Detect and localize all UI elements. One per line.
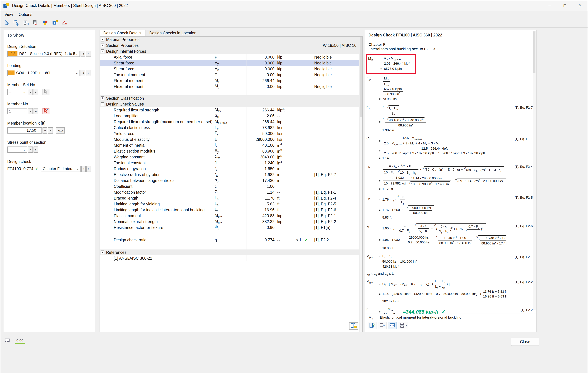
collapse-icon[interactable]: − bbox=[101, 102, 105, 106]
design-situation-prev-button[interactable]: ◄ bbox=[81, 51, 85, 57]
member-location-next-button[interactable]: ► bbox=[48, 127, 53, 134]
table-row[interactable]: Moment of inertiaIz40.100in4 bbox=[100, 142, 359, 148]
table-row[interactable]: Radius of gyrationrz1.650in bbox=[100, 166, 359, 172]
collapse-icon[interactable]: − bbox=[101, 49, 105, 53]
table-row[interactable]: Torsional constantJ1.240in4 bbox=[100, 160, 359, 166]
member-no-next-button[interactable]: ► bbox=[33, 108, 38, 114]
table-row[interactable]: Load amplifierαcr2.06-- bbox=[100, 113, 359, 119]
table-row[interactable]: Required flexural strengthMr,y266.44kipf… bbox=[100, 107, 359, 113]
group-header[interactable]: −Design Internal Forces bbox=[100, 48, 359, 54]
table-row[interactable]: Braced lengthLb11.76ft[1], Eq. F2-4 bbox=[100, 195, 359, 201]
expand-icon[interactable]: + bbox=[101, 96, 105, 100]
tab-design-check-details[interactable]: Design Check Details bbox=[100, 30, 145, 36]
member-set-prev-button[interactable]: ◄ bbox=[28, 89, 33, 95]
relative-location-toggle[interactable]: x/x₀ bbox=[56, 127, 65, 134]
member-no-picker-button[interactable] bbox=[42, 108, 49, 114]
table-row[interactable]: Nominal flexural strengthMn,y382.32kipft… bbox=[100, 219, 359, 225]
expand-icon[interactable]: + bbox=[101, 43, 105, 47]
design-check-select[interactable]: Chapter F | Lateral-to... ⌄ bbox=[41, 166, 81, 172]
design-check-label: Design check bbox=[7, 159, 91, 164]
close-window-button[interactable]: ✕ bbox=[572, 0, 588, 11]
select-window-button[interactable] bbox=[12, 19, 21, 27]
member-location-prev-button[interactable]: ◄ bbox=[42, 127, 47, 134]
table-row[interactable]: [1] ANSI/AISC 360-22 bbox=[100, 255, 359, 261]
scrollbar-thumb[interactable] bbox=[360, 37, 362, 117]
loading-select[interactable]: 2 CO6 - 1.20D + 1.60L ⌄ bbox=[7, 70, 80, 76]
member-set-picker-button[interactable] bbox=[42, 89, 49, 95]
group-header[interactable]: −References bbox=[100, 249, 359, 255]
member-set-next-button[interactable]: ► bbox=[33, 89, 38, 95]
table-row[interactable]: Modulus of elasticityE29000.000ksi bbox=[100, 136, 359, 142]
cell-check bbox=[293, 119, 312, 125]
menu-view[interactable]: View bbox=[2, 11, 16, 18]
loading-next-button[interactable]: ► bbox=[86, 70, 91, 76]
expand-icon[interactable]: + bbox=[101, 38, 105, 41]
table-row[interactable]: Flexural momentMz0.00kipftNegligible bbox=[100, 84, 359, 90]
display-colors-button[interactable] bbox=[41, 19, 50, 27]
design-situation-next-button[interactable]: ► bbox=[86, 51, 91, 57]
table-row[interactable]: Limiting length for inelastic lateral-to… bbox=[100, 207, 359, 213]
print-preview-button[interactable] bbox=[21, 19, 31, 27]
member-no-select[interactable]: 1 ⌄ bbox=[7, 108, 27, 114]
result-diagram-button[interactable] bbox=[60, 19, 69, 27]
expand-collapse-button[interactable] bbox=[378, 322, 387, 329]
table-row[interactable]: Distance between flange centroidsho17.43… bbox=[100, 178, 359, 184]
group-header[interactable]: +Section PropertiesW 18x50 | AISC 16 bbox=[100, 42, 359, 48]
result-table-button[interactable] bbox=[349, 322, 358, 330]
member-location-select[interactable]: 17.50 ⌄ bbox=[7, 127, 42, 134]
printout-button[interactable] bbox=[31, 19, 40, 27]
table-row[interactable]: Shear forceVz0.000kipNegligible bbox=[100, 66, 359, 72]
cell-reference bbox=[312, 230, 359, 236]
table-scrollbar[interactable] bbox=[359, 37, 362, 332]
maximize-button[interactable]: □ bbox=[557, 0, 572, 11]
print-button[interactable]: ▾ bbox=[398, 322, 408, 329]
table-row[interactable]: Plastic momentMp,y420.83kipft[1], Eq. F2… bbox=[100, 213, 359, 219]
table-row[interactable]: Torsional momentT0.00kipftNegligible bbox=[100, 72, 359, 78]
cell-value: 17.430 bbox=[246, 178, 275, 184]
select-arrow-button[interactable] bbox=[2, 19, 11, 27]
table-row[interactable]: Yield stressFy50.000ksi bbox=[100, 131, 359, 136]
design-situation-select[interactable]: 2.3 DS2 - Section 2.3 (LRFD), 1. to 5. ⌄ bbox=[7, 51, 80, 57]
stress-point-prev-button[interactable]: ◄ bbox=[28, 146, 33, 153]
stress-point-next-button[interactable]: ► bbox=[33, 146, 38, 153]
display-colors-icon bbox=[42, 20, 48, 26]
table-row[interactable]: Design check ratioη0.774--≤ 1✔[1], F2.2 bbox=[100, 236, 359, 244]
table-row[interactable]: Limiting length for yieldingLp5.83ft[1],… bbox=[100, 201, 359, 207]
scrollbar-thumb[interactable] bbox=[533, 31, 536, 73]
table-row[interactable]: Resistance factor for flexureΦb0.90--[1]… bbox=[100, 225, 359, 230]
table-row[interactable]: Axial forceP0.000kipNegligible bbox=[100, 54, 359, 60]
close-button[interactable]: Close bbox=[511, 338, 539, 346]
member-no-prev-button[interactable]: ◄ bbox=[28, 108, 33, 114]
tab-design-checks-in-location[interactable]: Design Checks in Location bbox=[146, 30, 200, 36]
table-row[interactable]: Modification factorCb1.14--[1], Eq. F1-1 bbox=[100, 189, 359, 195]
design-check-next-button[interactable]: ► bbox=[86, 166, 91, 172]
menu-options[interactable]: Options bbox=[16, 11, 35, 18]
stress-point-select[interactable]: -- ⌄ bbox=[7, 146, 27, 153]
table-row[interactable]: Effective radius of gyrationrts1.982in[1… bbox=[100, 172, 359, 178]
table-row[interactable]: Required flexural strength (maximum on m… bbox=[100, 119, 359, 125]
collapse-icon[interactable]: − bbox=[101, 250, 105, 254]
cell-symbol: Cw bbox=[214, 154, 246, 160]
group-header[interactable]: +Section Classification bbox=[100, 95, 359, 101]
show-formulas-button[interactable]: x=¼ bbox=[388, 322, 397, 329]
member-set-select[interactable]: -- ⌄ bbox=[7, 89, 27, 95]
table-row[interactable]: Coefficientc1.00-- bbox=[100, 184, 359, 189]
table-row[interactable]: Flexural momentMy266.44kipft bbox=[100, 78, 359, 84]
comments-button[interactable] bbox=[4, 338, 10, 344]
table-row[interactable]: Warping constantCw3040.00in6 bbox=[100, 154, 359, 160]
group-header[interactable]: −Design Check Values bbox=[100, 101, 359, 107]
chevron-down-icon: ⌄ bbox=[37, 129, 41, 132]
table-row[interactable]: Critical elastic stressFcr73.982ksi bbox=[100, 125, 359, 131]
cell-description: Flexural moment bbox=[100, 84, 214, 89]
show-formulas-icon: x=¼ bbox=[389, 322, 395, 328]
table-row[interactable]: Shear forceVy0.000kipNegligible bbox=[100, 60, 359, 66]
group-header[interactable]: +Material Properties bbox=[100, 37, 359, 42]
table-row[interactable]: Elastic section modulusSy88.900in3 bbox=[100, 148, 359, 154]
formula-scrollbar[interactable] bbox=[533, 31, 536, 310]
minimize-button[interactable]: – bbox=[542, 0, 557, 11]
numbering-button[interactable]: 1 bbox=[51, 19, 59, 27]
loading-prev-button[interactable]: ◄ bbox=[81, 70, 85, 76]
design-check-prev-button[interactable]: ◄ bbox=[81, 166, 86, 172]
member-set-label: Member Set No. bbox=[7, 83, 91, 87]
filter-results-button[interactable] bbox=[368, 322, 377, 329]
